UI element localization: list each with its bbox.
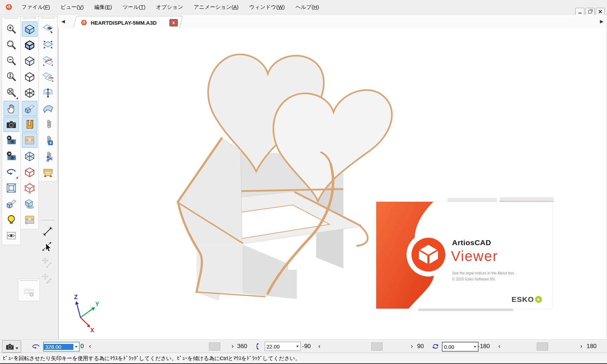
workspace-button[interactable] bbox=[40, 164, 56, 180]
tab-scroll-right-button[interactable]: ▶ bbox=[598, 18, 605, 25]
toolbar-grip[interactable] bbox=[41, 220, 54, 223]
zoom-in-button[interactable] bbox=[4, 22, 19, 37]
fold-red-icon bbox=[42, 55, 54, 67]
previous-view-button[interactable] bbox=[4, 133, 19, 148]
menu-f[interactable]: ファイル(F) bbox=[16, 4, 55, 11]
horizontal-slider-thumb[interactable] bbox=[209, 342, 220, 351]
view-transparent-button[interactable] bbox=[22, 148, 37, 164]
vertical-decrease-arrow[interactable]: ‹ bbox=[318, 340, 320, 353]
lighting-button[interactable] bbox=[4, 212, 19, 227]
chevron-down-icon[interactable] bbox=[472, 342, 478, 351]
menu-w[interactable]: ウィンドウ(W) bbox=[244, 4, 290, 11]
vertical-angle-slider[interactable] bbox=[325, 342, 410, 351]
flyout-arrow-icon bbox=[16, 176, 18, 178]
view-presets-button[interactable] bbox=[2, 340, 21, 353]
tab-scroll-left-button[interactable]: ◀ bbox=[60, 18, 67, 25]
select-plane-button[interactable] bbox=[40, 22, 56, 37]
move-gray-icon bbox=[42, 257, 53, 269]
board-thickness-button[interactable] bbox=[22, 101, 37, 116]
roll-increase-arrow[interactable]: › bbox=[580, 340, 582, 353]
snapshot-button[interactable] bbox=[4, 117, 19, 132]
zoom-extents-button[interactable] bbox=[4, 85, 19, 100]
fold-line-button[interactable] bbox=[40, 69, 56, 84]
view-wire-red-button[interactable] bbox=[22, 180, 37, 195]
tab-close-button[interactable]: x bbox=[169, 19, 178, 26]
menu-a[interactable]: アニメーション(A) bbox=[188, 4, 244, 11]
vertical-increase-arrow[interactable]: › bbox=[411, 340, 413, 353]
corrugation-button[interactable] bbox=[22, 117, 37, 132]
splash-legal-line2: © 2020 Esko Software BV. bbox=[452, 277, 496, 281]
horizontal-increase-arrow[interactable]: › bbox=[232, 340, 234, 353]
pan-button[interactable] bbox=[4, 101, 19, 116]
bevel-view-button[interactable] bbox=[4, 180, 19, 195]
toolbar-grip[interactable] bbox=[23, 18, 36, 21]
esko-wordmark: ESKO bbox=[511, 295, 534, 304]
eraser-button[interactable] bbox=[4, 196, 19, 211]
horizontal-angle-slider[interactable] bbox=[96, 342, 231, 351]
artioscad-logo-icon bbox=[80, 19, 88, 26]
attach-button[interactable] bbox=[40, 117, 56, 132]
vertical-max-label: 90 bbox=[417, 340, 424, 353]
bend-sheet-button[interactable] bbox=[40, 101, 56, 116]
background-graphics-button[interactable] bbox=[22, 212, 37, 227]
horizontal-angle-input[interactable]: 328.00 bbox=[43, 342, 80, 352]
visibility-button[interactable] bbox=[4, 228, 19, 243]
play-animation-button[interactable] bbox=[21, 284, 37, 299]
menu-item[interactable]: オプション bbox=[151, 4, 188, 11]
chevron-down-icon[interactable] bbox=[295, 342, 300, 351]
light-cube-icon bbox=[24, 55, 35, 67]
detach-button[interactable] bbox=[40, 148, 56, 164]
move-part-axis-button[interactable] bbox=[40, 271, 55, 286]
rotate-view-button[interactable] bbox=[4, 164, 19, 180]
toolbar-grip[interactable] bbox=[21, 280, 37, 283]
restore-button[interactable] bbox=[585, 8, 595, 16]
menu-t[interactable]: ツール(T) bbox=[117, 4, 151, 11]
vertical-angle-input[interactable]: 22.00 bbox=[265, 342, 301, 351]
roll-angle-slider[interactable] bbox=[505, 342, 579, 351]
graphics2-icon bbox=[24, 214, 35, 225]
vertical-slider-thumb[interactable] bbox=[371, 342, 383, 351]
roll-slider-thumb[interactable] bbox=[537, 342, 548, 351]
clip-cut-icon bbox=[42, 151, 54, 162]
menu-h[interactable]: ヘルプ(H) bbox=[290, 4, 324, 11]
attach-quick-button[interactable] bbox=[40, 133, 56, 148]
view-hidden-line-button[interactable] bbox=[22, 69, 37, 84]
view-wireframe-button[interactable] bbox=[22, 85, 37, 100]
view-solid-edges-button[interactable] bbox=[22, 37, 37, 53]
minimize-button[interactable] bbox=[575, 8, 584, 16]
view-shadow-button[interactable] bbox=[22, 196, 37, 211]
plane-arrow-icon bbox=[42, 24, 54, 35]
horizontal-decrease-arrow[interactable]: ‹ bbox=[89, 340, 91, 353]
desk-icon bbox=[42, 166, 54, 178]
pull-height-button[interactable] bbox=[40, 85, 56, 100]
roll-decrease-arrow[interactable]: ‹ bbox=[498, 340, 500, 353]
roll-angle-value: 0.00 bbox=[443, 344, 472, 350]
splash-legal-line1: See the legal notices in the About box. bbox=[452, 271, 515, 275]
3d-viewport[interactable]: Z Y X ArtiosCAD Viewer See the legal not… bbox=[58, 28, 606, 340]
zoom-window-button[interactable] bbox=[4, 37, 19, 53]
graphics-button[interactable] bbox=[22, 133, 37, 148]
select-move-button[interactable] bbox=[40, 239, 55, 255]
toolbar-grip[interactable] bbox=[5, 18, 18, 21]
zoom-height-button[interactable] bbox=[4, 69, 19, 84]
splash-edition-name: Viewer bbox=[451, 248, 498, 264]
clip-icon bbox=[42, 119, 54, 130]
toolbar-grip[interactable] bbox=[41, 18, 55, 21]
resize-plane-button[interactable] bbox=[40, 37, 56, 53]
fold-angle-button[interactable] bbox=[40, 53, 56, 68]
view-solid-button[interactable] bbox=[22, 22, 37, 37]
roll-angle-input[interactable]: 0.00 bbox=[442, 342, 479, 352]
document-tab[interactable]: HEARTDISPLAY-5MM.A3D x bbox=[73, 16, 182, 29]
view-flat-button[interactable] bbox=[22, 53, 37, 68]
measure-diagonal-button[interactable] bbox=[40, 224, 55, 239]
menu-e[interactable]: 編集(E) bbox=[89, 4, 117, 11]
chevron-down-icon[interactable] bbox=[73, 342, 79, 351]
move-part-button[interactable] bbox=[40, 255, 55, 271]
view-outline-red-button[interactable] bbox=[22, 164, 37, 180]
close-button[interactable] bbox=[596, 8, 605, 16]
film-icon bbox=[23, 286, 35, 297]
next-view-button[interactable] bbox=[4, 148, 19, 164]
zoom-out-button[interactable] bbox=[4, 53, 19, 68]
menu-v[interactable]: ビュー(V) bbox=[55, 4, 89, 11]
close-icon bbox=[599, 10, 602, 13]
